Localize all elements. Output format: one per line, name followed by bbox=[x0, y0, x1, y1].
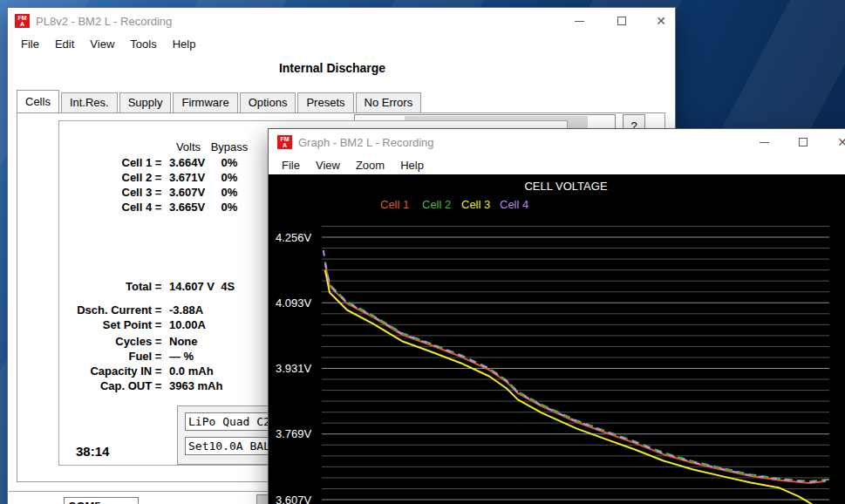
fma-icon-bottom-text: A bbox=[277, 142, 292, 148]
tab-no-errors[interactable]: No Errors bbox=[356, 92, 422, 112]
minimize-icon bbox=[575, 21, 584, 22]
svg-text:4.093V: 4.093V bbox=[276, 296, 312, 310]
cell3-bypass: 0% bbox=[208, 186, 250, 199]
tab-supply[interactable]: Supply bbox=[119, 92, 172, 112]
graph-menu-file[interactable]: File bbox=[274, 159, 308, 172]
graph-menu-help[interactable]: Help bbox=[392, 159, 432, 172]
cell2-bypass: 0% bbox=[208, 171, 250, 184]
tab-options[interactable]: Options bbox=[240, 92, 296, 112]
capacity-out-label: Cap. OUT = bbox=[43, 379, 165, 392]
graph-menubar: File View Zoom Help bbox=[269, 155, 845, 174]
graph-window: FM A Graph - BM2 L - Recording ✕ File Vi… bbox=[268, 128, 845, 504]
cell1-bypass: 0% bbox=[208, 156, 250, 169]
graph-close-button[interactable]: ✕ bbox=[828, 129, 845, 155]
pl8-close-button[interactable]: ✕ bbox=[646, 8, 676, 34]
pl8-tab-strip: Cells Int.Res. Supply Firmware Options P… bbox=[17, 91, 423, 112]
pl8-maximize-button[interactable] bbox=[607, 8, 637, 34]
fma-app-icon: FM A bbox=[277, 135, 292, 149]
svg-text:4.256V: 4.256V bbox=[276, 231, 312, 244]
graph-minimize-button[interactable] bbox=[749, 129, 779, 155]
fuel-label: Fuel = bbox=[43, 350, 165, 363]
set-point-label: Set Point = bbox=[43, 318, 165, 331]
fma-icon-bottom-text: A bbox=[15, 21, 30, 27]
pl8-menu-tools[interactable]: Tools bbox=[122, 37, 164, 51]
elapsed-timer: 38:14 bbox=[76, 444, 109, 459]
legend-cell3: Cell 3 bbox=[461, 198, 490, 211]
cell4-label: Cell 4 = bbox=[43, 201, 165, 214]
tab-cells[interactable]: Cells bbox=[17, 90, 59, 112]
cycles-label: Cycles = bbox=[43, 335, 165, 348]
fma-app-icon: FM A bbox=[15, 14, 30, 28]
pl8-menubar: File Edit View Tools Help bbox=[8, 34, 675, 53]
legend-cell4: Cell 4 bbox=[500, 198, 528, 211]
maximize-icon bbox=[617, 17, 626, 25]
tab-firmware[interactable]: Firmware bbox=[173, 92, 237, 112]
pl8-menu-edit[interactable]: Edit bbox=[47, 37, 82, 51]
minimize-icon bbox=[760, 142, 769, 143]
pl8-menu-file[interactable]: File bbox=[13, 37, 47, 51]
graph-maximize-button[interactable] bbox=[788, 129, 818, 155]
svg-text:3.931V: 3.931V bbox=[276, 362, 312, 375]
tab-int-res[interactable]: Int.Res. bbox=[61, 92, 118, 112]
pl8-window-title: PL8v2 - BM2 L - Recording bbox=[36, 15, 172, 28]
legend-cell1: Cell 1 bbox=[380, 198, 409, 211]
chart-title: CELL VOLTAGE bbox=[479, 180, 653, 193]
mode-heading: Internal Discharge bbox=[228, 61, 437, 75]
bypass-column-header: Bypass bbox=[207, 140, 252, 153]
maximize-icon bbox=[799, 138, 808, 146]
pl8-menu-help[interactable]: Help bbox=[165, 37, 204, 51]
total-label: Total = bbox=[43, 280, 165, 293]
pl8-titlebar[interactable]: FM A PL8v2 - BM2 L - Recording ✕ bbox=[8, 8, 675, 34]
capacity-in-label: Capacity IN = bbox=[43, 364, 165, 378]
close-icon: ✕ bbox=[656, 14, 666, 28]
tab-presets[interactable]: Presets bbox=[297, 92, 353, 112]
pl8-menu-view[interactable]: View bbox=[82, 37, 122, 51]
cell4-bypass: 0% bbox=[208, 201, 250, 214]
svg-text:3.769V: 3.769V bbox=[276, 427, 312, 440]
com-port-select[interactable]: COM5 bbox=[64, 497, 139, 504]
graph-menu-view[interactable]: View bbox=[308, 159, 348, 172]
cell3-label: Cell 3 = bbox=[43, 186, 165, 199]
voltage-line-chart: 4.256V4.093V3.931V3.769V3.607V bbox=[269, 174, 845, 504]
cell2-label: Cell 2 = bbox=[43, 171, 165, 184]
pl8-minimize-button[interactable] bbox=[564, 8, 594, 34]
graph-window-title: Graph - BM2 L - Recording bbox=[298, 136, 434, 149]
volts-column-header: Volts bbox=[169, 140, 208, 153]
fma-icon-top-text: FM bbox=[15, 15, 30, 21]
close-icon: ✕ bbox=[837, 135, 845, 149]
desktop: { "icons": { "close": "✕", "help": "?", … bbox=[0, 0, 845, 504]
cell1-label: Cell 1 = bbox=[43, 156, 165, 169]
chart-area: CELL VOLTAGE Cell 1 Cell 2 Cell 3 Cell 4… bbox=[269, 174, 845, 504]
fma-icon-top-text: FM bbox=[277, 136, 292, 142]
legend-cell2: Cell 2 bbox=[422, 198, 451, 211]
dsch-current-label: Dsch. Current = bbox=[43, 303, 165, 317]
graph-titlebar[interactable]: FM A Graph - BM2 L - Recording ✕ bbox=[269, 129, 845, 155]
svg-text:3.607V: 3.607V bbox=[276, 494, 312, 504]
graph-menu-zoom[interactable]: Zoom bbox=[348, 159, 392, 172]
